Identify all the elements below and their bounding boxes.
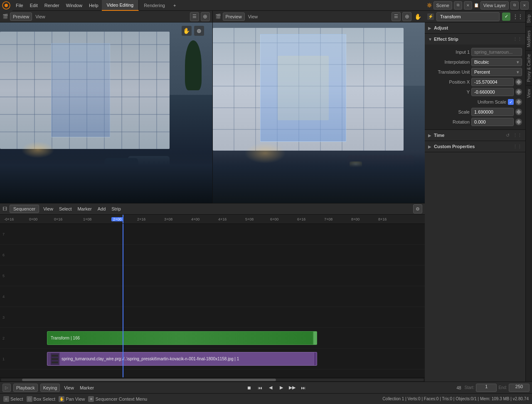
section-adjust: ▶ Adjust (425, 22, 525, 34)
start-frame-input[interactable]: 1 (476, 384, 497, 392)
play-button[interactable]: ▶ (277, 383, 286, 392)
view-button-left[interactable]: View (34, 14, 47, 19)
view-layer-dropdown[interactable]: View Layer (480, 1, 509, 10)
uniform-scale-checkbox[interactable] (508, 99, 514, 105)
transform-menu-button[interactable]: ⋮⋮ (513, 14, 523, 20)
step-fwd-button[interactable]: ▶▶ (288, 383, 297, 392)
seq-menu-view[interactable]: View (42, 206, 55, 211)
hand-tool-left[interactable]: ✋ (182, 26, 192, 36)
workspace-tab-rendering[interactable]: Rendering (139, 0, 170, 11)
side-tab-proxy-cache[interactable]: Proxy & Cache (526, 50, 532, 85)
side-tab-strip[interactable]: Strip (526, 11, 532, 27)
strip-handle-right[interactable] (313, 332, 317, 345)
position-y-keyframe-button[interactable] (515, 89, 522, 95)
blender-logo[interactable] (0, 0, 12, 11)
view-settings-left[interactable]: ☰ (190, 12, 199, 21)
building-facade-left (0, 32, 170, 149)
menu-edit[interactable]: Edit (27, 0, 41, 11)
translation-unit-dropdown[interactable]: Percent (471, 68, 522, 76)
marker-menu-playback[interactable]: Marker (78, 385, 96, 390)
workspace-tab-video-editing[interactable]: Video Editing (102, 0, 139, 11)
context-menu-glyph: ≡ (90, 397, 92, 401)
uniform-scale-keyframe-button[interactable] (515, 99, 522, 105)
status-select-item[interactable]: ○ Select (3, 396, 23, 402)
step-back-button[interactable]: ◀ (266, 383, 275, 392)
seq-settings-button[interactable]: ⚙ (413, 204, 422, 213)
preview-dropdown-right[interactable]: Preview (223, 12, 245, 21)
scene-dropdown[interactable]: Scene (433, 1, 452, 10)
scale-keyframe-button[interactable] (515, 109, 522, 115)
section-time-header[interactable]: ▶ Time ↺ ⋮⋮ (425, 130, 525, 141)
view-zoom-right[interactable]: ⊕ (402, 12, 411, 21)
menu-window[interactable]: Window (63, 0, 86, 11)
menu-help[interactable]: Help (86, 0, 102, 11)
scene-new-button[interactable]: ⧉ (454, 1, 462, 10)
scene-delete-button[interactable]: ✕ (464, 1, 472, 10)
rotation-keyframe-button[interactable] (515, 119, 522, 125)
adjust-collapse-arrow: ▶ (428, 26, 432, 30)
side-tabs-panel: Strip Modifiers Proxy & Cache View (525, 11, 532, 382)
timeline-lane-7: 7 (0, 224, 425, 245)
position-x-value[interactable]: -15.570004 (471, 78, 514, 86)
side-tab-view[interactable]: View (526, 85, 532, 102)
hand-tool-right[interactable]: ✋ (413, 12, 422, 21)
transform-confirm-button[interactable]: ✓ (502, 12, 510, 21)
custom-props-collapse-arrow: ▶ (428, 144, 432, 149)
menu-render[interactable]: Render (41, 0, 63, 11)
status-pan-view-item[interactable]: ✋ Pan View (59, 396, 85, 402)
seq-menu-select[interactable]: Select (57, 206, 74, 211)
playback-dropdown[interactable]: Playback (13, 384, 38, 392)
view-settings-right[interactable]: ☰ (392, 12, 401, 21)
video-header-left: 🎬 Preview View ☰ ⊕ (0, 11, 212, 22)
status-context-menu-item[interactable]: ≡ Sequencer Context Menu (88, 396, 147, 402)
view-layer-copy-button[interactable]: ⧉ (510, 1, 519, 10)
playback-editor-icon[interactable]: ▷ (2, 384, 11, 392)
seq-menu-marker[interactable]: Marker (76, 206, 93, 211)
seq-menu-strip[interactable]: Strip (110, 206, 123, 211)
position-x-keyframe-button[interactable] (515, 79, 522, 85)
transform-strip[interactable]: Transform | 166 (47, 331, 317, 345)
sequencer-dropdown[interactable]: Sequencer (10, 205, 39, 213)
film-hole-3 (52, 362, 58, 363)
ruler-mark-8: 6+00 (270, 217, 278, 221)
section-custom-properties-header[interactable]: ▶ Custom Properties ⋮⋮ (425, 141, 525, 152)
side-tab-modifiers[interactable]: Modifiers (526, 27, 532, 51)
end-frame-input[interactable]: 250 (509, 384, 530, 392)
menu-file[interactable]: File (12, 0, 27, 11)
section-adjust-header[interactable]: ▶ Adjust (425, 22, 525, 33)
jump-start-button[interactable]: ⏮ (255, 383, 264, 392)
view-zoom-left[interactable]: ⊕ (201, 12, 210, 21)
ruler-mark-3: 2+16 (137, 217, 145, 221)
end-label-text: End: (498, 385, 507, 390)
input1-value[interactable]: spring_turnaroun... (471, 48, 522, 56)
view-controls-right: ☰ ⊕ ✋ (392, 12, 422, 21)
section-effect-strip-header[interactable]: ▼ Effect Strip ⋮⋮ (425, 34, 525, 45)
image-strip-handle[interactable] (313, 352, 317, 365)
scrollbar-thumb[interactable] (22, 379, 276, 381)
jump-end-button[interactable]: ⏭ (298, 383, 308, 392)
interpolation-dropdown[interactable]: Bicubic (471, 58, 522, 66)
time-collapse-arrow: ▶ (428, 133, 432, 138)
image-strip[interactable]: spring_turnaround.clay_wire.prg://..\spr… (47, 352, 317, 366)
preview-dropdown-left[interactable]: Preview (10, 12, 32, 21)
view-layer-delete-button[interactable]: ✕ (520, 1, 529, 10)
zoom-overlay-left[interactable]: ⊕ (194, 26, 204, 36)
effect-strip-title: Effect Strip (434, 37, 458, 42)
add-workspace-button[interactable]: + (170, 0, 179, 11)
lane-number-4: 4 (2, 295, 5, 299)
scene-delete-icon: ✕ (466, 3, 470, 7)
stop-button[interactable]: ⏹ (244, 383, 254, 392)
view-menu-playback[interactable]: View (62, 385, 76, 390)
ruler-current-frame: 2+00 (111, 217, 123, 221)
transform-name-input[interactable]: Transform (436, 12, 500, 21)
lane-number-6: 6 (2, 253, 5, 257)
scale-value[interactable]: 1.690000 (471, 108, 514, 116)
view-button-right[interactable]: View (246, 14, 260, 19)
position-y-value[interactable]: -0.660000 (471, 88, 514, 96)
keying-dropdown[interactable]: Keying (40, 384, 60, 392)
seq-menu-add[interactable]: Add (96, 206, 108, 211)
status-box-select-item[interactable]: □ Box Select (27, 396, 56, 402)
video-editor-icon-left: 🎬 (2, 14, 8, 19)
jump-end-icon: ⏭ (301, 385, 305, 390)
rotation-value[interactable]: 0.000 (471, 118, 514, 126)
